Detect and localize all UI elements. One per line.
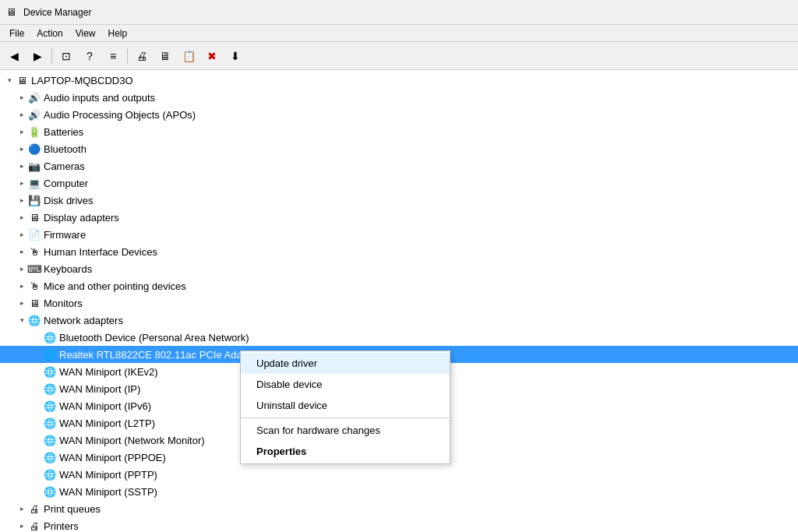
remove-button[interactable]: ✖	[201, 45, 223, 67]
tree-firmware[interactable]: 📄 Firmware	[0, 226, 798, 243]
tree-audio-processing[interactable]: 🔊 Audio Processing Objects (APOs)	[0, 106, 798, 123]
tree-monitors[interactable]: 🖥 Monitors	[0, 294, 798, 312]
forward-button[interactable]: ▶	[26, 45, 48, 67]
wan-pptp-label: WAN Miniport (PPTP)	[59, 469, 157, 481]
printers-icon: 🖨	[28, 520, 41, 532]
network-adapters-expander[interactable]	[16, 314, 28, 326]
tree-network-adapters[interactable]: 🌐 Network adapters	[0, 312, 798, 329]
firmware-expander[interactable]	[16, 228, 28, 241]
tree-printers[interactable]: 🖨 Printers	[0, 517, 798, 532]
wan-ip-expander	[31, 382, 44, 395]
monitors-label: Monitors	[44, 298, 83, 309]
wan-ikev2-expander	[31, 365, 44, 378]
help-button[interactable]: ?	[79, 45, 101, 67]
title-bar: 🖥 Device Manager	[0, 0, 798, 25]
bluetooth-pan-expander	[31, 331, 44, 344]
menu-view[interactable]: View	[69, 26, 102, 41]
display-adapters-expander[interactable]	[16, 211, 28, 224]
tree-wan-sstp[interactable]: 🌐 WAN Miniport (SSTP)	[0, 483, 798, 500]
bluetooth-label: Bluetooth	[44, 143, 87, 155]
bluetooth-pan-label: Bluetooth Device (Personal Area Network)	[59, 332, 249, 344]
realtek-label: Realtek RTL8822CE 802.11ac PCIe Adap...	[59, 349, 256, 361]
menu-file[interactable]: File	[3, 26, 30, 41]
computer-node-icon: 💻	[28, 177, 41, 189]
wan-sstp-label: WAN Miniport (SSTP)	[59, 486, 157, 498]
computer-button[interactable]: 🖥	[154, 45, 176, 67]
tree-batteries[interactable]: 🔋 Batteries	[0, 123, 798, 140]
menu-action[interactable]: Action	[30, 26, 69, 41]
context-menu: Update driver Disable device Uninstall d…	[240, 351, 450, 464]
printers-expander[interactable]	[16, 520, 28, 532]
disk-drives-label: Disk drives	[44, 195, 94, 206]
firmware-label: Firmware	[44, 229, 86, 241]
wan-sstp-expander	[31, 485, 44, 498]
tree-root[interactable]: 🖥 LAPTOP-MQBCDD3O	[0, 72, 798, 89]
display-adapters-label: Display adapters	[44, 212, 119, 224]
menu-toggle-button[interactable]: ≡	[102, 45, 124, 67]
print-button[interactable]: 🖨	[131, 45, 153, 67]
tree-computer[interactable]: 💻 Computer	[0, 174, 798, 192]
tree-audio-inputs[interactable]: 🔊 Audio inputs and outputs	[0, 89, 798, 106]
context-menu-update-driver[interactable]: Update driver	[241, 353, 450, 374]
printers-label: Printers	[44, 520, 79, 532]
print-queues-expander[interactable]	[16, 502, 28, 515]
tree-bluetooth[interactable]: 🔵 Bluetooth	[0, 140, 798, 157]
tree-mice[interactable]: 🖱 Mice and other pointing devices	[0, 277, 798, 294]
context-menu-properties[interactable]: Properties	[241, 441, 450, 462]
wan-pppoe-icon: 🌐	[44, 451, 56, 463]
root-expander[interactable]	[3, 74, 16, 86]
wan-ipv6-icon: 🌐	[44, 400, 56, 412]
mice-expander[interactable]	[16, 280, 28, 292]
keyboards-icon: ⌨	[28, 262, 41, 275]
tree-cameras[interactable]: 📷 Cameras	[0, 157, 798, 174]
audio-processing-icon: 🔊	[28, 108, 41, 121]
toolbar-separator-1	[51, 48, 52, 64]
tree-hid[interactable]: 🖱 Human Interface Devices	[0, 243, 798, 260]
back-button[interactable]: ◀	[3, 45, 25, 67]
firmware-icon: 📄	[28, 228, 41, 241]
cameras-expander[interactable]	[16, 160, 28, 172]
wan-ikev2-icon: 🌐	[44, 365, 56, 378]
wan-pptp-expander	[31, 468, 44, 481]
toolbar: ◀ ▶ ⊡ ? ≡ 🖨 🖥 📋 ✖ ⬇	[0, 42, 798, 70]
monitors-expander[interactable]	[16, 297, 28, 309]
context-menu-disable-device[interactable]: Disable device	[241, 374, 450, 395]
context-menu-separator	[241, 417, 450, 418]
tree-wan-pptp[interactable]: 🌐 WAN Miniport (PPTP)	[0, 466, 798, 483]
bluetooth-expander[interactable]	[16, 143, 28, 155]
audio-inputs-expander[interactable]	[16, 91, 28, 104]
context-menu-uninstall-device[interactable]: Uninstall device	[241, 395, 450, 416]
disk-drives-expander[interactable]	[16, 194, 28, 206]
wan-pppoe-expander	[31, 451, 44, 463]
add-driver-button[interactable]: 📋	[178, 45, 200, 67]
audio-processing-expander[interactable]	[16, 108, 28, 121]
tree-disk-drives[interactable]: 💾 Disk drives	[0, 192, 798, 209]
print-queues-label: Print queues	[44, 503, 101, 515]
network-adapters-label: Network adapters	[44, 315, 123, 326]
properties-button[interactable]: ⊡	[55, 45, 77, 67]
wan-ip-label: WAN Miniport (IP)	[59, 383, 140, 395]
wan-l2tp-expander	[31, 417, 44, 429]
tree-keyboards[interactable]: ⌨ Keyboards	[0, 260, 798, 277]
tree-bluetooth-pan[interactable]: 🌐 Bluetooth Device (Personal Area Networ…	[0, 329, 798, 346]
toolbar-separator-2	[127, 48, 128, 64]
scan-button[interactable]: ⬇	[224, 45, 246, 67]
wan-netmon-label: WAN Miniport (Network Monitor)	[59, 435, 205, 446]
tree-display-adapters[interactable]: 🖥 Display adapters	[0, 209, 798, 226]
computer-label: Computer	[44, 178, 88, 189]
hid-expander[interactable]	[16, 245, 28, 258]
root-label: LAPTOP-MQBCDD3O	[31, 75, 133, 86]
tree-print-queues[interactable]: 🖨 Print queues	[0, 500, 798, 517]
bluetooth-icon: 🔵	[28, 143, 41, 155]
batteries-expander[interactable]	[16, 125, 28, 138]
network-adapters-icon: 🌐	[28, 314, 41, 326]
display-adapters-icon: 🖥	[28, 211, 41, 224]
menu-help[interactable]: Help	[102, 26, 134, 41]
audio-inputs-label: Audio inputs and outputs	[44, 92, 155, 104]
context-menu-scan-hardware[interactable]: Scan for hardware changes	[241, 420, 450, 441]
wan-pptp-icon: 🌐	[44, 468, 56, 481]
batteries-icon: 🔋	[28, 125, 41, 138]
wan-l2tp-icon: 🌐	[44, 417, 56, 429]
computer-expander[interactable]	[16, 177, 28, 189]
cameras-label: Cameras	[44, 160, 85, 172]
